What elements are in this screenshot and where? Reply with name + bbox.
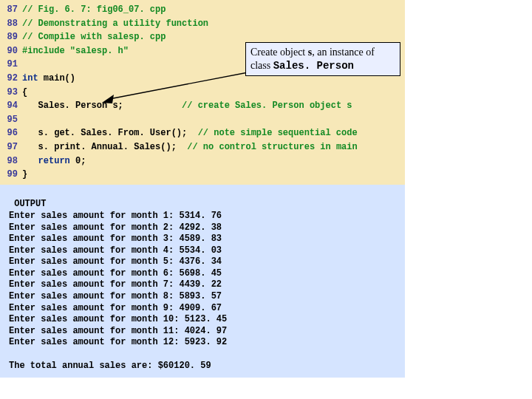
output-footer: The total annual sales are: $60120. 59	[9, 361, 405, 372]
code-line: 97 s. print. Annual. Sales(); // no cont…	[0, 140, 405, 154]
line-number: 90	[0, 44, 22, 58]
code-line: 95	[0, 113, 405, 127]
line-number: 92	[0, 72, 22, 86]
line-number: 87	[0, 3, 22, 17]
code-line: 93{	[0, 86, 405, 100]
code-line: 96 s. get. Sales. From. User(); // note …	[0, 126, 405, 140]
line-number: 94	[0, 99, 22, 113]
output-lines: Enter sales amount for month 1: 5314. 76…	[9, 211, 405, 349]
code-text: // Demonstrating a utility function	[22, 17, 208, 31]
code-text: // Compile with salesp. cpp	[22, 30, 166, 44]
line-number: 96	[0, 126, 22, 140]
code-text: }	[22, 168, 27, 182]
line-number: 97	[0, 140, 22, 154]
code-text: s. get. Sales. From. User(); // note sim…	[22, 126, 358, 140]
code-text: return 0;	[22, 154, 86, 168]
line-number: 91	[0, 58, 22, 72]
output-header: OUTPUT	[9, 199, 405, 211]
code-line: 99}	[0, 168, 405, 182]
line-number: 95	[0, 113, 22, 127]
line-number: 88	[0, 17, 22, 31]
code-line: 98 return 0;	[0, 154, 405, 168]
line-number: 93	[0, 86, 22, 100]
code-text: Sales. Person s; // create Sales. Person…	[22, 99, 352, 113]
code-line: 88// Demonstrating a utility function	[0, 17, 405, 31]
line-number: 89	[0, 30, 22, 44]
code-text: #include "salesp. h"	[22, 44, 129, 58]
code-line: 94 Sales. Person s; // create Sales. Per…	[0, 99, 405, 113]
code-text: // Fig. 6. 7: fig06_07. cpp	[22, 3, 166, 17]
code-panel: 87// Fig. 6. 7: fig06_07. cpp88// Demons…	[0, 0, 405, 185]
line-number: 99	[0, 168, 22, 182]
code-text: s. print. Annual. Sales(); // no control…	[22, 140, 358, 154]
code-text: {	[22, 86, 27, 100]
code-text: int main()	[22, 72, 75, 86]
output-panel: OUTPUTEnter sales amount for month 1: 53…	[0, 185, 405, 378]
callout-box: Create object s, an instance of class Sa…	[245, 42, 400, 76]
code-line: 87// Fig. 6. 7: fig06_07. cpp	[0, 3, 405, 17]
line-number: 98	[0, 154, 22, 168]
callout-text: Create object s, an instance of class Sa…	[250, 47, 375, 71]
